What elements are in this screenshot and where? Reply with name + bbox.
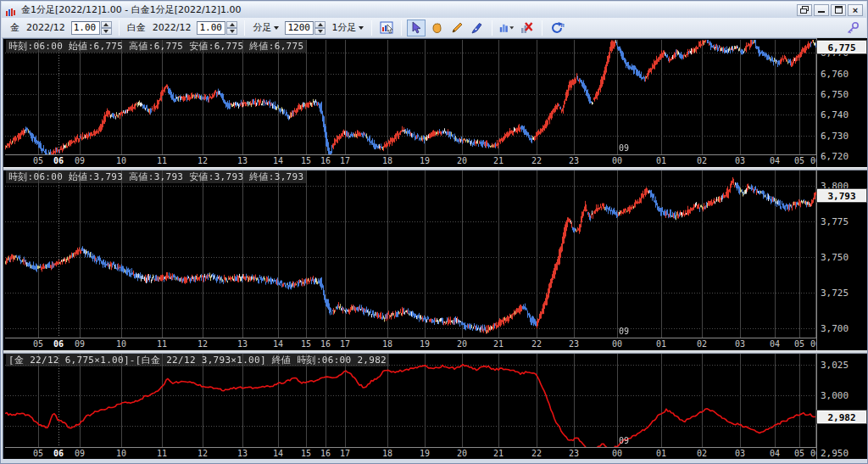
pencil-icon [450, 21, 464, 35]
chart-cursor-tool-button[interactable] [377, 20, 396, 36]
time-tick-label: 00 [606, 339, 628, 349]
time-tick-label: 14 [267, 449, 289, 458]
delete-chart-icon [520, 21, 534, 34]
time-tick-label: 22 [526, 156, 548, 165]
time-tick-label: 03 [729, 156, 751, 165]
platinum-chart-plot[interactable] [5, 170, 816, 338]
spread-chart-plot[interactable] [5, 353, 816, 447]
close-button[interactable]: × [848, 4, 863, 16]
svg-text:R: R [560, 22, 565, 27]
price-tick-label: 2,950 [821, 448, 849, 458]
time-tick-label: 18 [376, 156, 398, 165]
time-tick-label: 02 [691, 156, 713, 165]
toolbar: 金 2022/12 白金 2022/12 分足 [2, 18, 866, 38]
time-tick-label: 13 [231, 156, 253, 165]
time-tick-label: 21 [487, 339, 509, 349]
time-tick-label: 06 [47, 156, 70, 165]
refresh-icon: R [550, 21, 565, 35]
pan-tool-button[interactable] [427, 20, 446, 36]
float-window-button[interactable] [797, 4, 812, 16]
time-tick-label: 02 [691, 339, 713, 349]
delete-chart-tool-button[interactable] [518, 20, 537, 36]
time-tick-label: 23 [563, 449, 585, 458]
time-tick-label: 22 [526, 449, 548, 458]
time-tick-label: 23 [563, 156, 585, 165]
pane-splitter[interactable] [3, 167, 868, 171]
chart-type-tool-button[interactable] [498, 20, 516, 36]
toolbar-separator [119, 20, 120, 36]
refresh-tool-button[interactable]: R [548, 20, 566, 36]
time-tick-label: 22 [526, 339, 548, 349]
time-tick-label: 12 [192, 449, 214, 458]
time-tick-label: 21 [487, 156, 509, 165]
gold-spin-down-button[interactable] [101, 28, 112, 35]
price-tick-label: 3,750 [821, 252, 849, 262]
cursor-arrow-icon [410, 21, 422, 34]
time-tick-label: 04 [764, 156, 786, 165]
toolbar-separator [244, 20, 245, 36]
bar-count-spin-up-button[interactable] [314, 21, 326, 28]
time-tick-label: 03 [729, 449, 751, 458]
time-tick-label: 18 [376, 449, 398, 458]
time-tick-label: 04 [764, 339, 786, 349]
platinum-multiplier-spinner [197, 21, 237, 35]
interval-dropdown[interactable]: 1分足 [331, 21, 364, 34]
time-tick-label: 17 [334, 156, 356, 165]
gold-contract-month: 2022/12 [26, 22, 65, 33]
bar-type-dropdown[interactable]: 分足 [253, 21, 279, 34]
time-tick-label: 19 [414, 449, 436, 458]
time-tick-label: 05 [27, 156, 49, 165]
time-tick-label: 18 [376, 339, 398, 349]
time-tick-label: 10 [110, 339, 132, 349]
time-tick-label: 06 [804, 339, 816, 349]
time-tick-label: 20 [451, 449, 473, 458]
platinum-spin-up-button[interactable] [226, 21, 237, 28]
time-tick-label: 06 [804, 449, 816, 458]
time-tick-label: 06 [47, 339, 70, 349]
time-tick-label: 14 [267, 339, 289, 349]
gold-chart-plot[interactable] [5, 40, 816, 154]
gold-multiplier-input[interactable] [71, 21, 100, 35]
spread-quote-info: [金 22/12 6,775×1.00]-[白金 22/12 3,793×1.0… [6, 354, 389, 366]
pen-tool-button[interactable] [468, 20, 487, 36]
toolbar-separator [401, 20, 402, 36]
time-tick-label: 14 [267, 156, 289, 165]
time-tick-label: 17 [334, 339, 356, 349]
platinum-multiplier-input[interactable] [197, 21, 225, 35]
time-tick-label: 19 [414, 339, 436, 349]
time-tick-label: 13 [231, 339, 253, 349]
time-tick-label: 09 [69, 449, 91, 458]
pencil-tool-button[interactable] [448, 20, 466, 36]
price-tick-label: 6,720 [821, 151, 849, 161]
window-bottom-edge [2, 459, 866, 464]
time-tick-label: 02 [691, 449, 713, 458]
bar-count-input[interactable] [285, 21, 314, 35]
bar-chart-icon [499, 21, 515, 34]
time-tick-label: 03 [729, 339, 751, 349]
platinum-spin-down-button[interactable] [226, 28, 237, 35]
time-tick-label: 00 [606, 449, 628, 458]
gold-quote-info: 時刻:06:00 始値:6,775 高値:6,775 安値:6,775 終値:6… [6, 40, 306, 53]
platinum-last-price-box: 3,793 [817, 189, 866, 202]
gold-last-price-box: 6,775 [817, 41, 866, 53]
gold-spin-up-button[interactable] [101, 21, 112, 28]
price-tick-label: 6,760 [821, 69, 849, 79]
gold-multiplier-spinner [71, 21, 112, 35]
price-tick-label: 3,725 [821, 288, 849, 298]
select-tool-button[interactable] [407, 20, 426, 36]
time-tick-label: 06 [47, 449, 70, 458]
minimize-button[interactable] [814, 4, 829, 16]
bar-type-label: 分足 [253, 21, 271, 34]
bar-count-spin-down-button[interactable] [314, 28, 326, 35]
price-tick-label: 3,000 [821, 390, 849, 400]
platinum-contract-month: 2022/12 [153, 22, 192, 33]
settings-key-icon[interactable] [846, 21, 860, 35]
chart-cursor-icon [380, 21, 394, 35]
pane-splitter[interactable] [3, 350, 868, 354]
platinum-time-axis: 0506091011121314151617181920212223000102… [5, 338, 816, 349]
titlebar[interactable]: 金1分足[2022/12]1.00 - 白金1分足[2022/12]1.00 × [2, 2, 866, 18]
maximize-button[interactable] [831, 4, 846, 16]
time-tick-label: 19 [414, 156, 436, 165]
time-tick-label: 20 [451, 156, 473, 165]
time-tick-label: 12 [192, 156, 214, 165]
